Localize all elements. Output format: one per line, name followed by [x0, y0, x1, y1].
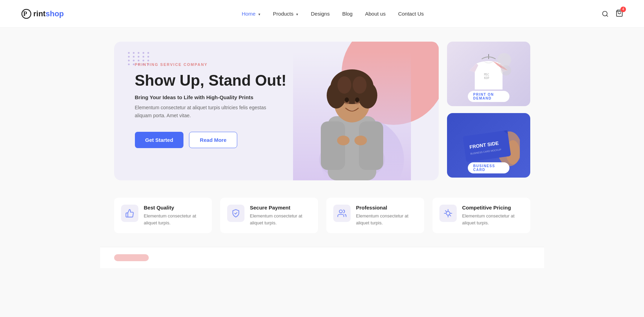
svg-text:KOP: KOP: [484, 77, 489, 80]
svg-line-35: [449, 215, 450, 216]
people-icon: [337, 209, 346, 218]
secure-payment-desc: Elementum consectetur at aliquet turpis.: [250, 213, 311, 226]
feature-secure-payment: Secure Payment Elementum consectetur at …: [220, 198, 318, 233]
nav-link-about[interactable]: About us: [365, 11, 386, 17]
business-card-label: BUSINESS CARD: [468, 162, 509, 173]
nav-item-about[interactable]: About us: [365, 11, 386, 17]
svg-line-3: [607, 15, 608, 16]
nav-item-designs[interactable]: Designs: [311, 11, 329, 17]
competitive-pricing-text: Competitive Pricing Elementum consectetu…: [462, 205, 523, 226]
nav-link-contact[interactable]: Contact Us: [398, 11, 424, 17]
chevron-down-icon: ▾: [258, 12, 260, 16]
best-quality-desc: Elementum consectetur at aliquet turpis.: [144, 213, 205, 226]
hero-subtitle: PRINTING SERVICE COMPANY: [135, 62, 418, 67]
feature-best-quality: Best Quality Elementum consectetur at al…: [114, 198, 212, 233]
feature-competitive-pricing: Competitive Pricing Elementum consectetu…: [432, 198, 530, 233]
main-content: PRINTING SERVICE COMPANY Show Up, Stand …: [100, 42, 544, 180]
hero-buttons: Get Started Read More: [135, 132, 418, 148]
svg-line-34: [445, 211, 446, 212]
nav-link-home[interactable]: Home ▾: [242, 11, 260, 17]
nav-item-home[interactable]: Home ▾: [242, 11, 260, 17]
best-quality-title: Best Quality: [144, 205, 205, 211]
hero-title: Show Up, Stand Out!: [135, 72, 418, 89]
right-product-cards: MSC KOP PRINT ON DEMAND FRONT SIDE: [447, 42, 530, 180]
svg-point-25: [501, 65, 511, 76]
navbar: P rintshop Home ▾ Products ▾ Designs Blo…: [0, 0, 644, 28]
hero-description-bold: Bring Your Ideas to Life with High-Quali…: [135, 94, 418, 100]
nav-menu: Home ▾ Products ▾ Designs Blog About us …: [242, 11, 424, 17]
business-card-card[interactable]: FRONT SIDE BUSINESS CARD MOCKUP BUSINESS…: [447, 113, 530, 178]
print-on-demand-card[interactable]: MSC KOP PRINT ON DEMAND: [447, 42, 530, 106]
secure-payment-text: Secure Payment Elementum consectetur at …: [250, 205, 311, 226]
logo[interactable]: P rintshop: [21, 8, 64, 19]
bottom-strip: [100, 247, 544, 268]
logo-shop: shop: [45, 9, 64, 18]
svg-point-38: [446, 212, 450, 215]
competitive-pricing-desc: Elementum consectetur at aliquet turpis.: [462, 213, 523, 226]
nav-link-designs[interactable]: Designs: [311, 11, 329, 17]
thumbs-up-icon: [125, 209, 134, 218]
competitive-pricing-icon-wrap: [439, 205, 457, 222]
best-quality-text: Best Quality Elementum consectetur at al…: [144, 205, 205, 226]
nav-item-blog[interactable]: Blog: [342, 11, 353, 17]
read-more-button[interactable]: Read More: [189, 132, 237, 148]
competitive-pricing-title: Competitive Pricing: [462, 205, 523, 211]
nav-item-products[interactable]: Products ▾: [273, 11, 298, 17]
lightbulb-icon: [444, 209, 453, 218]
feature-professional: Professional Elementum consectetur at al…: [326, 198, 424, 233]
svg-point-24: [497, 53, 511, 67]
professional-text: Professional Elementum consectetur at al…: [356, 205, 417, 226]
nav-actions: 4: [602, 9, 623, 18]
svg-point-31: [339, 210, 342, 213]
get-started-button[interactable]: Get Started: [135, 132, 184, 148]
secure-payment-title: Secure Payment: [250, 205, 311, 211]
cart-badge: 4: [620, 7, 626, 12]
features-section: Best Quality Elementum consectetur at al…: [100, 198, 544, 233]
nav-link-products[interactable]: Products ▾: [273, 11, 298, 17]
nav-link-blog[interactable]: Blog: [342, 11, 353, 17]
shield-check-icon: [231, 209, 240, 218]
svg-text:MSC: MSC: [484, 73, 489, 76]
logo-print: rint: [33, 9, 45, 18]
strip-item-1: [114, 254, 149, 261]
hero-person-image: [293, 52, 411, 180]
print-on-demand-label: PRINT ON DEMAND: [468, 91, 509, 102]
secure-payment-icon-wrap: [227, 205, 244, 222]
svg-text:P: P: [23, 10, 27, 17]
hero-card: PRINTING SERVICE COMPANY Show Up, Stand …: [114, 42, 439, 180]
professional-icon-wrap: [333, 205, 351, 222]
chevron-down-icon: ▾: [296, 12, 298, 16]
best-quality-icon-wrap: [121, 205, 138, 222]
professional-title: Professional: [356, 205, 417, 211]
cart-icon[interactable]: 4: [616, 9, 623, 18]
nav-item-contact[interactable]: Contact Us: [398, 11, 424, 17]
hero-description: Elementum consectetur at aliquet turpis …: [135, 104, 267, 119]
search-icon[interactable]: [602, 10, 609, 17]
professional-desc: Elementum consectetur at aliquet turpis.: [356, 213, 417, 226]
